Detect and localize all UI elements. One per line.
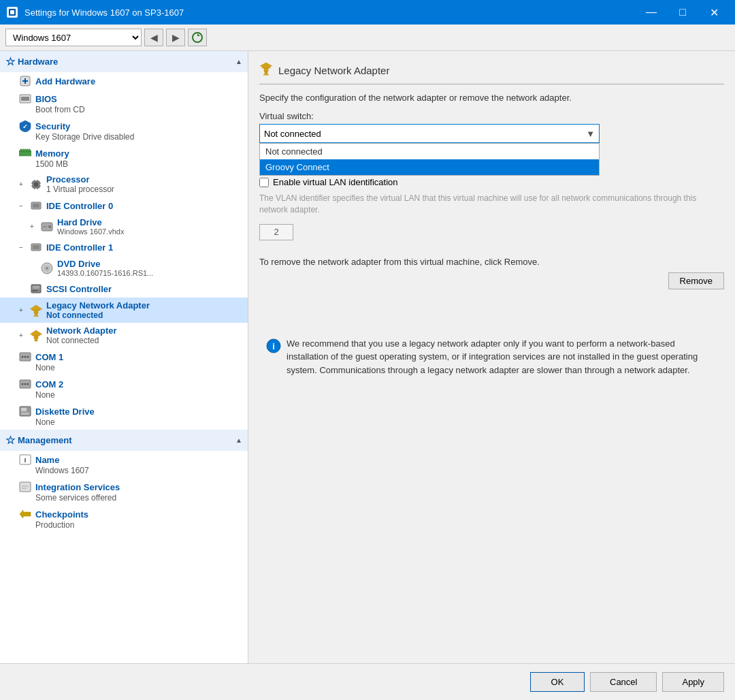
svg-rect-15 [27, 149, 28, 152]
vlan-number-input[interactable] [259, 224, 293, 240]
processor-icon [30, 178, 42, 191]
sidebar-item-name[interactable]: I Name Windows 1607 [0, 451, 248, 478]
main-window: Windows 1607 ◀ ▶ ☆ Hardware ▲ [0, 25, 735, 700]
sidebar-item-checkpoints[interactable]: Checkpoints Production [0, 505, 248, 532]
svg-rect-68 [263, 74, 269, 76]
checkpoints-sub: Production [19, 520, 242, 530]
svg-rect-44 [33, 316, 39, 317]
panel-title: Legacy Network Adapter [278, 65, 389, 76]
sidebar-item-integration[interactable]: Integration Services Some services offer… [0, 478, 248, 505]
vm-select[interactable]: Windows 1607 [5, 29, 142, 46]
vlan-description: The VLAN identifier specifies the virtua… [259, 193, 724, 216]
com1-icon [19, 351, 31, 363]
sidebar-item-com2[interactable]: COM 2 None [0, 375, 248, 402]
apply-button[interactable]: Apply [662, 672, 724, 692]
sidebar-item-network-adapter[interactable]: + Network Adapter Not connected [0, 323, 248, 348]
management-section-header[interactable]: ☆ Management ▲ [0, 430, 248, 451]
vlan-section: Enable virtual LAN identification The VL… [259, 177, 724, 240]
forward-button[interactable]: ▶ [166, 29, 185, 46]
refresh-button[interactable] [188, 29, 207, 46]
cancel-button[interactable]: Cancel [590, 672, 657, 692]
hardware-section-header[interactable]: ☆ Hardware ▲ [0, 51, 248, 72]
dvd-icon [41, 262, 53, 274]
info-circle-icon: i [266, 338, 281, 353]
svg-rect-57 [21, 408, 27, 411]
com2-label: COM 2 [35, 379, 63, 389]
remove-button[interactable]: Remove [668, 272, 724, 289]
dropdown-option-not-connected[interactable]: Not connected [260, 144, 599, 159]
svg-rect-65 [264, 68, 268, 71]
sidebar-item-com1[interactable]: COM 1 None [0, 348, 248, 375]
integration-icon [19, 481, 31, 493]
bottom-bar: OK Cancel Apply [0, 663, 735, 700]
minimize-button[interactable]: — [636, 0, 667, 25]
virtual-switch-dropdown[interactable]: Not connected ▼ [259, 124, 600, 143]
back-button[interactable]: ◀ [144, 29, 163, 46]
dropdown-option-groovy-connect[interactable]: Groovy Connect [260, 159, 599, 175]
sidebar-item-diskette[interactable]: Diskette Drive None [0, 402, 248, 430]
sidebar-item-scsi[interactable]: + SCSI Controller [0, 280, 248, 298]
sidebar-item-bios[interactable]: BIOS Boot from CD [0, 90, 248, 117]
name-icon: I [19, 454, 31, 466]
ide1-expand-icon: − [19, 244, 27, 251]
legacy-network-icon [30, 304, 42, 317]
sidebar-item-security[interactable]: ✓ Security Key Storage Drive disabled [0, 117, 248, 144]
checkpoints-label: Checkpoints [35, 509, 88, 520]
add-hardware-label: Add Hardware [35, 76, 95, 86]
svg-rect-39 [33, 290, 35, 291]
dvd-sub: 14393.0.160715-1616.RS1... [57, 269, 153, 277]
svg-point-30 [48, 225, 51, 228]
svg-rect-61 [20, 482, 31, 492]
sidebar-item-memory[interactable]: Memory 1500 MB [0, 144, 248, 172]
hard-drive-sub: Windows 1607.vhdx [57, 227, 124, 236]
svg-rect-13 [22, 149, 24, 152]
right-panel: Legacy Network Adapter Specify the confi… [248, 51, 735, 663]
sidebar-item-add-hardware[interactable]: Add Hardware [0, 72, 248, 90]
panel-header: Legacy Network Adapter [259, 62, 724, 84]
checkpoint-icon [19, 508, 31, 520]
com2-icon [19, 378, 31, 390]
sidebar-item-legacy-network[interactable]: + Legacy Network Adapter Not connected [0, 298, 248, 323]
com2-sub: None [19, 390, 242, 400]
ok-button[interactable]: OK [530, 672, 585, 692]
info-text: We recommend that you use a legacy netwo… [287, 337, 717, 377]
bios-label: BIOS [35, 94, 57, 104]
memory-icon [19, 147, 31, 159]
net-adapter-label: Network Adapter [46, 325, 117, 336]
svg-point-54 [24, 383, 27, 385]
processor-expand-icon: + [19, 180, 27, 188]
svg-rect-41 [34, 311, 38, 313]
com1-label: COM 1 [35, 352, 63, 362]
sidebar-item-dvd-drive[interactable]: + DVD Drive 14393.0.160715-1616.RS1... [0, 256, 248, 280]
security-label: Security [35, 121, 70, 131]
ide1-label: IDE Controller 1 [46, 242, 113, 253]
hard-drive-expand-icon: + [30, 223, 38, 230]
security-sub: Key Storage Drive disabled [19, 132, 242, 142]
name-label: Name [35, 455, 59, 465]
svg-marker-42 [30, 305, 42, 311]
bios-icon [19, 93, 31, 105]
sidebar-item-ide1[interactable]: − IDE Controller 1 [0, 238, 248, 256]
memory-sub: 1500 MB [19, 159, 242, 169]
title-bar: Settings for Windows 1607 on SP3-1607 — … [0, 0, 735, 25]
enable-vlan-row: Enable virtual LAN identification [259, 177, 724, 187]
enable-vlan-checkbox[interactable] [259, 178, 269, 187]
svg-text:i: i [272, 341, 275, 351]
svg-rect-16 [29, 149, 30, 152]
hard-drive-icon [41, 221, 53, 233]
sidebar-item-processor[interactable]: + Processor 1 Virtual processor [0, 172, 248, 197]
maximize-button[interactable]: □ [667, 0, 698, 25]
svg-point-35 [46, 267, 48, 270]
svg-point-49 [22, 356, 24, 358]
sidebar-item-hard-drive[interactable]: + Hard Drive Windows 1607.vhdx [0, 214, 248, 238]
svg-marker-46 [30, 330, 42, 336]
network-adapter-icon [30, 330, 42, 342]
sidebar-item-ide0[interactable]: − IDE Controller 0 [0, 197, 248, 214]
svg-text:I: I [24, 457, 27, 464]
svg-rect-38 [33, 286, 39, 289]
diskette-sub: None [19, 417, 242, 427]
close-button[interactable]: ✕ [698, 0, 730, 25]
content-area: ☆ Hardware ▲ Add Hardware [0, 51, 735, 663]
panel-icon [259, 62, 273, 78]
svg-rect-28 [33, 204, 39, 208]
